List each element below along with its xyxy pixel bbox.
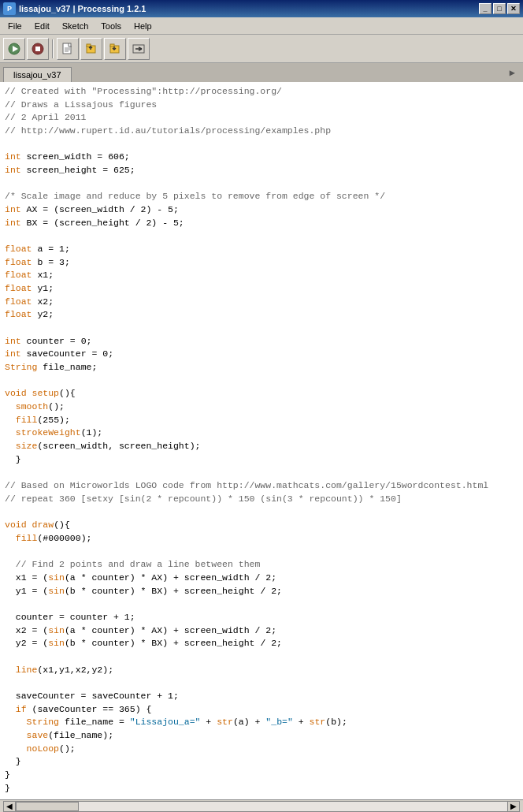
horizontal-scrollbar-track[interactable] [16,801,507,812]
menu-help[interactable]: Help [128,20,158,32]
horizontal-scrollbar-thumb[interactable] [16,802,79,811]
tab-scroll-right[interactable]: ▶ [505,65,520,80]
title-bar-text: lissajou_v37 | Processing 1.2.1 [19,4,146,13]
menu-file[interactable]: File [2,20,28,32]
title-bar: P lissajou_v37 | Processing 1.2.1 _ □ ✕ [0,0,523,17]
toolbar [0,35,523,63]
menu-sketch[interactable]: Sketch [56,20,95,32]
menu-tools[interactable]: Tools [95,20,128,32]
close-button[interactable]: ✕ [507,3,520,14]
menu-edit[interactable]: Edit [28,20,56,32]
tab-lissajou[interactable]: lissajou_v37 [3,67,72,82]
save-button[interactable] [104,38,126,60]
minimize-button[interactable]: _ [479,3,491,14]
code-content: // Created with "Processing":http://proc… [5,85,518,795]
export-button[interactable] [128,38,150,60]
tab-bar: lissajou_v37 ▶ [0,63,523,82]
stop-button[interactable] [27,38,49,60]
toolbar-separator-1 [52,39,54,58]
svg-rect-12 [110,44,114,47]
menu-bar: File Edit Sketch Tools Help [0,17,523,35]
svg-rect-9 [87,44,91,47]
open-button[interactable] [80,38,102,60]
maximize-button[interactable]: □ [493,3,506,14]
scroll-left-button[interactable]: ◀ [3,801,16,812]
window-controls[interactable]: _ □ ✕ [479,3,520,14]
status-bar: ◀ ▶ [0,799,523,812]
app-icon: P [3,2,16,15]
tab-label: lissajou_v37 [13,70,61,80]
new-button[interactable] [57,38,79,60]
run-button[interactable] [3,38,25,60]
code-editor[interactable]: // Created with "Processing":http://proc… [0,82,523,799]
editor-container: // Created with "Processing":http://proc… [0,82,523,799]
title-bar-left: P lissajou_v37 | Processing 1.2.1 [3,2,146,15]
svg-rect-3 [35,47,40,51]
scroll-right-button[interactable]: ▶ [507,801,520,812]
